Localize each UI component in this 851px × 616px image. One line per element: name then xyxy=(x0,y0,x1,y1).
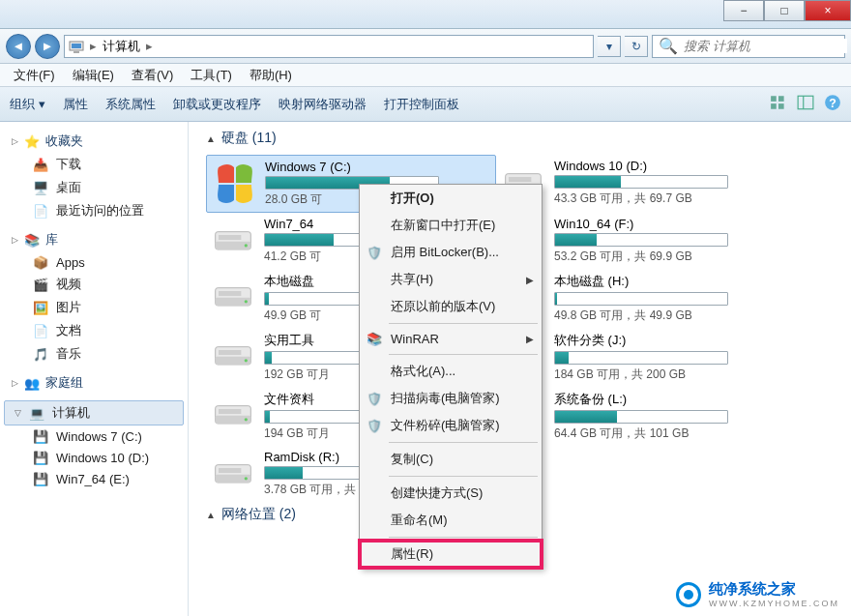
sidebar-favorites[interactable]: ▷⭐收藏夹 xyxy=(0,130,188,153)
ctx-shortcut[interactable]: 创建快捷方式(S) xyxy=(360,480,542,507)
sidebar-drive-d[interactable]: 💾Windows 10 (D:) xyxy=(0,447,188,468)
system-properties-button[interactable]: 系统属性 xyxy=(105,96,156,113)
drive-usage-bar xyxy=(554,351,728,365)
ctx-bitlocker[interactable]: 🛡️启用 BitLocker(B)... xyxy=(360,239,542,266)
ctx-open-new-window[interactable]: 在新窗口中打开(E) xyxy=(360,212,542,239)
ctx-restore[interactable]: 还原以前的版本(V) xyxy=(360,293,542,320)
ctx-open[interactable]: 打开(O) xyxy=(360,185,542,212)
back-button[interactable]: ◄ xyxy=(6,34,31,59)
svg-rect-2 xyxy=(73,51,79,53)
title-bar: − □ × xyxy=(0,0,851,29)
computer-icon: 💻 xyxy=(29,405,44,421)
windows-logo-icon xyxy=(211,160,257,206)
ctx-share[interactable]: 共享(H)▶ xyxy=(360,266,542,293)
nav-bar: ◄ ► ▸ 计算机 ▸ ▾ ↻ 🔍 xyxy=(0,29,851,64)
svg-rect-7 xyxy=(798,96,813,109)
sidebar-music[interactable]: 🎵音乐 xyxy=(0,342,188,366)
drive-name: 系统备份 (L:) xyxy=(554,391,782,408)
drive-icon xyxy=(210,450,256,496)
breadcrumb-sep: ▸ xyxy=(90,39,97,53)
watermark-brand: 纯净系统之家 xyxy=(709,580,796,597)
drive-name: Win10_64 (F:) xyxy=(554,217,782,231)
svg-point-17 xyxy=(245,244,248,247)
sidebar-desktop[interactable]: 🖥️桌面 xyxy=(0,176,188,199)
ctx-separator xyxy=(389,354,538,355)
shield-icon: 🛡️ xyxy=(366,244,383,261)
view-mode-button[interactable] xyxy=(770,94,787,115)
video-icon: 🎬 xyxy=(33,277,48,292)
ctx-shred[interactable]: 🛡️文件粉碎(电脑管家) xyxy=(360,412,542,439)
svg-rect-50 xyxy=(219,468,241,473)
breadcrumb-sep: ▸ xyxy=(146,39,153,53)
drive-icon: 💾 xyxy=(33,428,48,444)
ctx-winrar[interactable]: 📚WinRAR▶ xyxy=(360,327,542,351)
menu-view[interactable]: 查看(V) xyxy=(124,65,181,86)
sidebar-videos[interactable]: 🎬视频 xyxy=(0,273,188,296)
pane-button[interactable] xyxy=(797,94,814,115)
sidebar-apps[interactable]: 📦Apps xyxy=(0,251,188,273)
drive-icon xyxy=(210,217,256,263)
sidebar-drive-c[interactable]: 💾Windows 7 (C:) xyxy=(0,425,188,447)
sidebar: ▷⭐收藏夹 📥下载 🖥️桌面 📄最近访问的位置 ▷📚库 📦Apps 🎬视频 🖼️… xyxy=(0,122,189,616)
svg-rect-14 xyxy=(509,177,531,182)
drive-name: Windows 10 (D:) xyxy=(554,159,782,173)
ctx-copy[interactable]: 复制(C) xyxy=(360,446,542,473)
sidebar-recent[interactable]: 📄最近访问的位置 xyxy=(0,199,188,222)
search-icon: 🔍 xyxy=(659,37,678,55)
refresh-button[interactable]: ↻ xyxy=(625,36,648,57)
context-menu: 打开(O) 在新窗口中打开(E) 🛡️启用 BitLocker(B)... 共享… xyxy=(359,184,543,569)
drive-usage-bar xyxy=(554,292,728,306)
menu-help[interactable]: 帮助(H) xyxy=(242,65,300,86)
ctx-rename[interactable]: 重命名(M) xyxy=(360,507,542,534)
svg-point-33 xyxy=(245,359,248,362)
help-button[interactable]: ? xyxy=(824,94,841,115)
drive-icon: 💾 xyxy=(33,450,48,465)
drive-usage-text: 43.3 GB 可用，共 69.7 GB xyxy=(554,191,782,207)
menu-bar: 文件(F) 编辑(E) 查看(V) 工具(T) 帮助(H) xyxy=(0,64,851,87)
maximize-button[interactable]: □ xyxy=(764,0,805,21)
drive-usage-text: 184 GB 可用，共 200 GB xyxy=(554,367,782,383)
ctx-separator xyxy=(389,476,538,477)
svg-rect-6 xyxy=(778,103,784,109)
control-panel-button[interactable]: 打开控制面板 xyxy=(384,96,459,113)
homegroup-icon: 👥 xyxy=(24,375,40,391)
drive-name: 软件分类 (J:) xyxy=(554,332,782,349)
drive-usage-bar xyxy=(554,175,728,189)
ctx-separator xyxy=(389,442,538,443)
sidebar-downloads[interactable]: 📥下载 xyxy=(0,153,188,176)
properties-button[interactable]: 属性 xyxy=(63,96,88,113)
breadcrumb-item[interactable]: 计算机 xyxy=(103,38,140,55)
menu-tools[interactable]: 工具(T) xyxy=(183,65,240,86)
address-dropdown[interactable]: ▾ xyxy=(598,36,621,57)
watermark: 纯净系统之家 WWW.KZMYHOME.COM xyxy=(676,580,839,608)
menu-file[interactable]: 文件(F) xyxy=(6,65,63,86)
map-drive-button[interactable]: 映射网络驱动器 xyxy=(279,96,367,113)
ctx-scan[interactable]: 🛡️扫描病毒(电脑管家) xyxy=(360,385,542,412)
svg-rect-3 xyxy=(771,96,777,102)
sidebar-homegroup[interactable]: ▷👥家庭组 xyxy=(0,371,188,395)
minimize-button[interactable]: − xyxy=(723,0,764,21)
uninstall-button[interactable]: 卸载或更改程序 xyxy=(173,96,261,113)
ctx-format[interactable]: 格式化(A)... xyxy=(360,358,542,385)
sidebar-pictures[interactable]: 🖼️图片 xyxy=(0,296,188,319)
drive-usage-text: 49.8 GB 可用，共 49.9 GB xyxy=(554,308,782,324)
svg-rect-18 xyxy=(219,235,241,240)
sidebar-computer[interactable]: ▽💻计算机 xyxy=(4,400,184,425)
address-bar[interactable]: ▸ 计算机 ▸ xyxy=(64,35,594,58)
search-input[interactable] xyxy=(684,39,847,53)
section-harddisk[interactable]: ▲硬盘 (11) xyxy=(206,130,845,147)
menu-edit[interactable]: 编辑(E) xyxy=(65,65,122,86)
svg-rect-4 xyxy=(778,96,784,102)
library-icon: 📚 xyxy=(24,232,40,248)
sidebar-drive-e[interactable]: 💾Win7_64 (E:) xyxy=(0,468,188,489)
sidebar-documents[interactable]: 📄文档 xyxy=(0,319,188,342)
drive-usage-text: 53.2 GB 可用，共 69.9 GB xyxy=(554,249,782,265)
ctx-properties[interactable]: 属性(R) xyxy=(360,541,542,568)
close-button[interactable]: × xyxy=(805,0,851,21)
svg-point-49 xyxy=(245,477,248,480)
search-box[interactable]: 🔍 xyxy=(652,35,845,58)
sidebar-libraries[interactable]: ▷📚库 xyxy=(0,228,188,251)
winrar-icon: 📚 xyxy=(366,331,383,348)
forward-button[interactable]: ► xyxy=(35,34,60,59)
organize-button[interactable]: 组织 ▾ xyxy=(10,96,45,113)
